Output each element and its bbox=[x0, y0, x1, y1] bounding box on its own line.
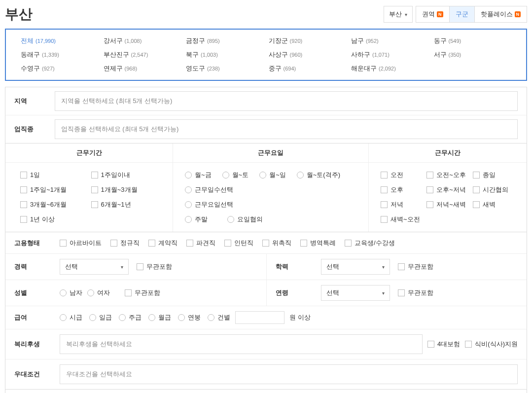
district-item[interactable]: 강서구 (1,008) bbox=[104, 36, 181, 45]
day-option[interactable]: 월~토 bbox=[222, 171, 249, 179]
time-option[interactable]: 오전~오후 bbox=[426, 171, 468, 179]
wage-option[interactable]: 연봉 bbox=[178, 313, 201, 322]
priority-select-input[interactable]: 우대조건을 선택하세요 bbox=[60, 364, 518, 384]
time-option-label: 새벽~오전 bbox=[390, 215, 420, 224]
district-item[interactable]: 기장군 (920) bbox=[269, 36, 347, 45]
district-item[interactable]: 금정구 (895) bbox=[186, 36, 264, 45]
day-option[interactable]: 근무일수선택 bbox=[185, 185, 356, 194]
tab-hotplace-label: 핫플레이스 bbox=[481, 10, 513, 19]
tab-zone[interactable]: 권역 N bbox=[416, 6, 449, 22]
time-option-label: 오후~저녁 bbox=[436, 185, 466, 194]
day-option[interactable]: 요일협의 bbox=[227, 215, 263, 224]
district-count: (238) bbox=[207, 66, 220, 71]
time-option-label: 오전 bbox=[390, 171, 403, 179]
district-item[interactable]: 사하구 (1,071) bbox=[351, 50, 429, 59]
district-item[interactable]: 영도구 (238) bbox=[186, 64, 264, 73]
region-select-input[interactable]: 지역을 선택하세요 (최대 5개 선택가능) bbox=[55, 91, 518, 111]
checkbox-icon bbox=[473, 186, 480, 193]
period-option-label: 3개월~6개월 bbox=[30, 200, 67, 209]
district-name: 전체 bbox=[21, 36, 34, 45]
wage-suffix-label: 원 이상 bbox=[289, 313, 311, 322]
district-item[interactable]: 남구 (952) bbox=[351, 36, 429, 45]
day-option[interactable]: 근무요일선택 bbox=[185, 200, 356, 209]
day-option[interactable]: 월~일 bbox=[259, 171, 286, 179]
time-option[interactable]: 오후 bbox=[381, 185, 423, 194]
period-option[interactable]: 1주일~1개월 bbox=[20, 185, 87, 194]
day-option[interactable]: 주말 bbox=[185, 215, 208, 224]
employment-option[interactable]: 위촉직 bbox=[262, 239, 291, 248]
district-item[interactable]: 동구 (549) bbox=[434, 36, 512, 45]
employment-option-label: 인턴직 bbox=[234, 239, 253, 248]
district-name: 사상구 bbox=[269, 50, 288, 59]
period-option[interactable]: 1년 이상 bbox=[20, 215, 87, 224]
gender-female-radio[interactable]: 여자 bbox=[87, 288, 110, 297]
employment-option[interactable]: 아르바이트 bbox=[60, 239, 102, 248]
checkbox-icon bbox=[381, 172, 388, 179]
district-item[interactable]: 동래구 (1,339) bbox=[21, 50, 99, 59]
wage-option[interactable]: 월급 bbox=[148, 313, 171, 322]
period-option[interactable]: 1개월~3개월 bbox=[91, 185, 158, 194]
career-include-any[interactable]: 무관포함 bbox=[137, 262, 172, 271]
benefit-insurance-chk[interactable]: 4대보험 bbox=[427, 340, 460, 349]
time-option[interactable]: 오전 bbox=[381, 171, 423, 179]
district-item[interactable]: 수영구 (927) bbox=[21, 64, 99, 73]
district-count: (694) bbox=[284, 66, 296, 71]
day-option-label: 월~금 bbox=[195, 171, 212, 179]
district-count: (2,092) bbox=[379, 66, 396, 71]
time-header: 근무시간 bbox=[369, 143, 527, 163]
district-count: (1,071) bbox=[372, 52, 390, 58]
day-option[interactable]: 월~토(격주) bbox=[297, 171, 340, 179]
employment-option[interactable]: 교육생/수강생 bbox=[345, 239, 395, 248]
district-item[interactable]: 부산진구 (2,547) bbox=[104, 50, 181, 59]
employment-option[interactable]: 인턴직 bbox=[224, 239, 253, 248]
district-item[interactable]: 해운대구 (2,092) bbox=[351, 64, 429, 73]
gender-include-any[interactable]: 무관포함 bbox=[125, 288, 160, 297]
tab-gugun[interactable]: 구군 bbox=[449, 6, 474, 22]
benefit-select-input[interactable]: 복리후생을 선택하세요 bbox=[60, 334, 423, 354]
checkbox-icon bbox=[398, 289, 405, 296]
time-option[interactable]: 오후~저녁 bbox=[426, 185, 468, 194]
wage-option[interactable]: 일급 bbox=[89, 313, 112, 322]
wage-option[interactable]: 건별 bbox=[208, 313, 230, 322]
wage-amount-input[interactable] bbox=[235, 311, 284, 324]
district-item[interactable]: 서구 (350) bbox=[434, 50, 512, 59]
time-option[interactable]: 저녁~새벽 bbox=[426, 200, 468, 209]
district-item[interactable]: 사상구 (960) bbox=[269, 50, 347, 59]
region-dropdown[interactable]: 부산 ▾ bbox=[384, 6, 413, 23]
time-option[interactable]: 저녁 bbox=[381, 200, 423, 209]
time-option[interactable]: 새벽 bbox=[473, 200, 515, 209]
age-select[interactable]: 선택 ▾ bbox=[321, 285, 390, 301]
checkbox-icon bbox=[20, 216, 27, 223]
wage-option[interactable]: 주급 bbox=[119, 313, 142, 322]
wage-option[interactable]: 시급 bbox=[60, 313, 82, 322]
day-option[interactable]: 월~금 bbox=[185, 171, 212, 179]
period-option[interactable]: 1주일이내 bbox=[91, 171, 158, 179]
tab-hotplace[interactable]: 핫플레이스 N bbox=[474, 6, 527, 22]
time-option[interactable]: 종일 bbox=[473, 171, 515, 179]
radio-icon bbox=[185, 172, 192, 179]
period-option[interactable]: 3개월~6개월 bbox=[20, 200, 87, 209]
district-name: 사하구 bbox=[351, 50, 370, 59]
time-option[interactable]: 새벽~오전 bbox=[381, 215, 423, 224]
benefit-meal-chk[interactable]: 식비(식사)지원 bbox=[465, 340, 518, 349]
district-item[interactable]: 전체 (17,990) bbox=[21, 36, 99, 45]
edu-include-any[interactable]: 무관포함 bbox=[398, 262, 433, 271]
period-option-label: 1년 이상 bbox=[30, 215, 55, 224]
period-option[interactable]: 6개월~1년 bbox=[91, 200, 158, 209]
employment-option[interactable]: 파견직 bbox=[186, 239, 215, 248]
district-item[interactable]: 중구 (694) bbox=[269, 64, 347, 73]
job-select-input[interactable]: 업직종을 선택하세요 (최대 5개 선택가능) bbox=[55, 119, 518, 139]
career-include-any-label: 무관포함 bbox=[146, 262, 172, 271]
employment-option[interactable]: 계약직 bbox=[148, 239, 177, 248]
period-option[interactable]: 1일 bbox=[20, 171, 87, 179]
employment-option[interactable]: 병역특례 bbox=[300, 239, 336, 248]
edu-select[interactable]: 선택 ▾ bbox=[321, 259, 390, 275]
career-select[interactable]: 선택 ▾ bbox=[60, 259, 129, 275]
gender-male-radio[interactable]: 남자 bbox=[60, 288, 82, 297]
district-item[interactable]: 북구 (1,003) bbox=[186, 50, 264, 59]
district-item[interactable]: 연제구 (968) bbox=[104, 64, 181, 73]
employment-option[interactable]: 정규직 bbox=[110, 239, 140, 248]
time-option[interactable]: 시간협의 bbox=[473, 185, 515, 194]
age-include-any[interactable]: 무관포함 bbox=[398, 288, 433, 297]
time-option-label: 종일 bbox=[483, 171, 496, 179]
